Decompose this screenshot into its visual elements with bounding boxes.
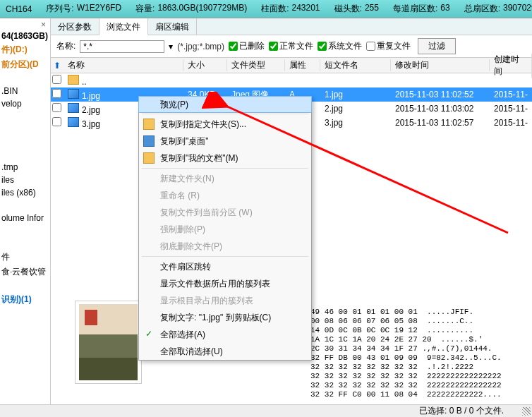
tree-item[interactable] — [1, 224, 49, 237]
col-type[interactable]: 文件类型 — [227, 59, 285, 71]
menu-item: 复制文件到当前分区 (W) — [139, 204, 311, 221]
monitor-icon — [143, 135, 155, 147]
column-headers: ⬆ 名称 大小 文件类型 属性 短文件名 修改时间 创建时间 — [51, 58, 532, 73]
tab-partition-params[interactable]: 分区参数 — [51, 18, 99, 35]
menu-item[interactable]: 文件扇区跳转 — [139, 258, 311, 275]
filter-ext-hint: (*.jpg;*.bmp) — [177, 42, 224, 52]
dropdown-icon[interactable]: ▾ — [169, 42, 173, 52]
tree-item[interactable]: iles — [1, 174, 49, 186]
tree-item[interactable]: 识别)(1) — [1, 292, 49, 307]
filter-bar: 名称: ▾ (*.jpg;*.bmp) 已删除 正常文件 系统文件 重复文件 过… — [51, 35, 532, 58]
hex-viewer[interactable]: 49 46 00 01 01 01 00 01 .....JFIF. 00 08… — [310, 308, 526, 399]
row-checkbox[interactable] — [52, 75, 61, 84]
tree-item[interactable] — [1, 110, 49, 123]
selection-status: 已选择: 0 B / 0 个文件. — [419, 405, 504, 417]
tree-item[interactable]: 件)(D:) — [1, 42, 49, 57]
folder-icon — [68, 75, 79, 85]
menu-item: 新建文件夹(N) — [139, 170, 311, 187]
menu-item[interactable]: ✓全部选择(A) — [139, 326, 311, 343]
col-attr[interactable]: 属性 — [285, 59, 320, 71]
top-info-bar: CH164 序列号:W1E2Y6FD 容量:1863.0GB(1907729MB… — [0, 0, 532, 18]
tab-browse-files[interactable]: 浏览文件 — [99, 18, 148, 35]
image-icon — [68, 103, 79, 113]
row-checkbox[interactable] — [52, 117, 61, 126]
folder-icon — [143, 119, 155, 130]
status-bar: 已选择: 0 B / 0 个文件. — [0, 404, 532, 417]
menu-item[interactable]: 预览(P) — [138, 96, 312, 113]
menu-item[interactable]: 显示文件数据所占用的簇列表 — [139, 275, 311, 292]
tree-item[interactable]: 件 — [1, 250, 49, 265]
tree-item[interactable] — [1, 148, 49, 161]
tree-item[interactable]: 食·云餐饮管 — [1, 265, 49, 279]
name-label: 名称: — [56, 40, 75, 52]
menu-item[interactable]: 复制到指定文件夹(S)... — [139, 116, 311, 133]
menu-item: 重命名 (R) — [139, 187, 311, 204]
chk-deleted[interactable]: 已删除 — [229, 40, 265, 52]
resize-grip[interactable] — [522, 407, 531, 416]
partition-tree[interactable]: × 64(1863GB) 件)(D:)前分区)(D .BINvelop .tmp… — [0, 18, 51, 405]
chk-system[interactable]: 系统文件 — [318, 40, 362, 52]
row-checkbox[interactable] — [52, 103, 61, 112]
check-icon: ✓ — [143, 329, 155, 340]
up-arrow-icon[interactable]: ⬆ — [51, 61, 64, 71]
tab-sector-edit[interactable]: 扇区编辑 — [148, 18, 197, 35]
tree-item[interactable]: 前分区)(D — [1, 57, 49, 72]
menu-item[interactable]: 复制到"桌面" — [139, 133, 311, 150]
preview-thumbnail — [75, 301, 142, 384]
disk-title: 64(1863GB) — [1, 30, 49, 42]
tree-item[interactable] — [1, 279, 49, 292]
chk-repeat[interactable]: 重复文件 — [366, 40, 411, 52]
tab-bar: 分区参数 浏览文件 扇区编辑 — [51, 18, 532, 35]
tree-item[interactable] — [1, 123, 49, 135]
col-size[interactable]: 大小 — [183, 59, 227, 71]
tree-item[interactable]: iles (x86) — [1, 186, 49, 199]
tree-item[interactable]: .BIN — [1, 85, 49, 97]
image-icon — [68, 89, 79, 99]
docs-icon — [143, 152, 155, 164]
filter-button[interactable]: 过滤 — [418, 38, 456, 54]
image-icon — [68, 117, 79, 127]
menu-item: 强制删除(P) — [139, 221, 311, 238]
menu-item[interactable]: 复制文字: "1.jpg" 到剪贴板(C) — [139, 309, 311, 326]
col-mod[interactable]: 修改时间 — [391, 59, 490, 71]
file-row[interactable]: .. — [51, 73, 532, 87]
tree-item[interactable] — [1, 72, 49, 85]
name-filter-input[interactable] — [80, 40, 164, 53]
chk-normal[interactable]: 正常文件 — [269, 40, 313, 52]
menu-item: 显示根目录占用的簇列表 — [139, 292, 311, 309]
menu-item[interactable]: 复制到"我的文档"(M) — [139, 150, 311, 167]
tree-item[interactable]: olume Infor — [1, 212, 49, 224]
tree-item[interactable]: velop — [1, 97, 49, 110]
context-menu: 预览(P)复制到指定文件夹(S)...复制到"桌面"复制到"我的文档"(M)新建… — [138, 96, 312, 361]
col-name[interactable]: 名称 — [64, 59, 183, 71]
col-short[interactable]: 短文件名 — [320, 59, 391, 71]
tree-item[interactable] — [1, 237, 49, 250]
tree-item[interactable] — [1, 135, 49, 148]
tree-item[interactable]: .tmp — [1, 161, 49, 174]
menu-item: 彻底删除文件(P) — [139, 238, 311, 255]
close-icon[interactable]: × — [1, 20, 49, 30]
menu-item[interactable]: 全部取消选择(U) — [139, 343, 311, 360]
tree-item[interactable] — [1, 199, 49, 212]
row-checkbox[interactable] — [52, 89, 61, 98]
